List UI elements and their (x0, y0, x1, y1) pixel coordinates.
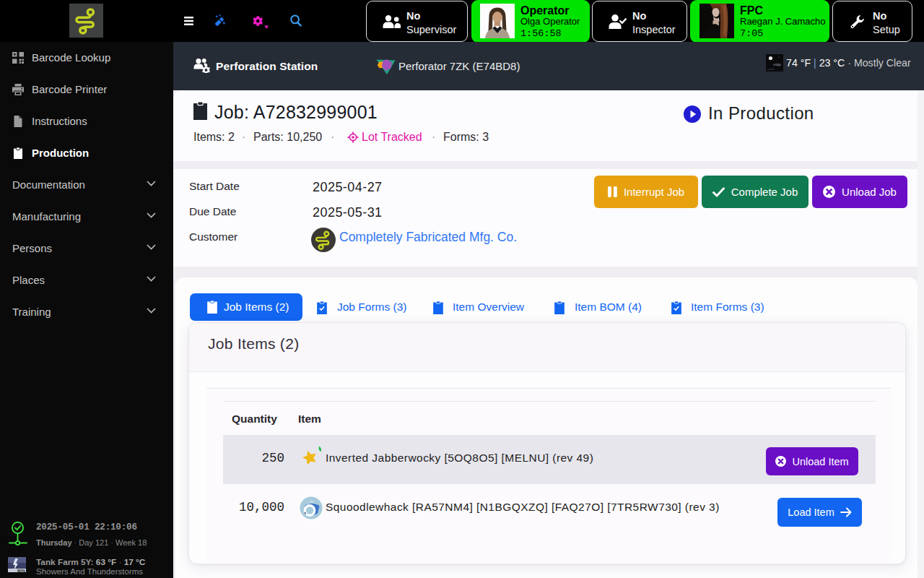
svg-text:80%: 80% (17, 569, 25, 573)
